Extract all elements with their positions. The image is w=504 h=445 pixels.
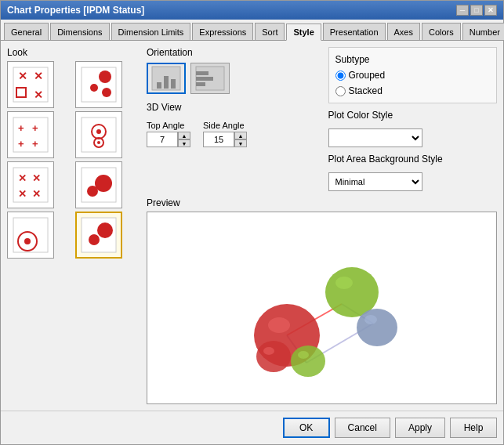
tab-sort[interactable]: Sort (255, 23, 285, 40)
svg-text:✕: ✕ (18, 188, 27, 200)
top-angle-label: Top Angle (147, 121, 190, 130)
svg-point-52 (357, 309, 397, 346)
svg-point-16 (96, 129, 101, 134)
close-button[interactable]: ✕ (484, 5, 497, 16)
top-angle-spinner: 7 ▲ ▼ (147, 132, 190, 147)
content-area: Look ✕ ✕ ✕ (1, 41, 503, 411)
look-item-3[interactable]: + + + + (7, 111, 54, 158)
cancel-button[interactable]: Cancel (335, 418, 390, 438)
orientation-section: Orientation (147, 47, 316, 191)
preview-section: Preview (147, 197, 497, 404)
look-grid: ✕ ✕ ✕ (7, 61, 140, 259)
title-bar: Chart Properties [IPDM Status] ─ □ ✕ (1, 1, 503, 20)
preview-chart (220, 230, 424, 386)
main-window: Chart Properties [IPDM Status] ─ □ ✕ Gen… (0, 0, 504, 445)
side-angle-label: Side Angle (203, 121, 247, 130)
subtype-grouped-radio[interactable] (335, 71, 346, 81)
help-button[interactable]: Help (450, 418, 497, 438)
svg-point-47 (268, 317, 290, 333)
plot-color-section: Plot Color Style (328, 110, 498, 147)
tab-axes[interactable]: Axes (387, 23, 420, 40)
tabs-bar: General Dimensions Dimension Limits Expr… (1, 20, 503, 41)
svg-rect-36 (171, 79, 176, 89)
preview-label: Preview (147, 197, 497, 208)
tab-expressions[interactable]: Expressions (192, 23, 253, 40)
top-angle-group: Top Angle 7 ▲ ▼ (147, 121, 190, 147)
plot-bg-select[interactable]: Minimal None Border (328, 172, 422, 191)
svg-rect-34 (157, 82, 161, 89)
side-angle-down-button[interactable]: ▼ (234, 139, 247, 147)
right-panel: Orientation (147, 47, 497, 404)
tab-number[interactable]: Number (462, 23, 504, 40)
plot-color-select[interactable] (328, 128, 422, 147)
svg-text:✕: ✕ (18, 70, 27, 82)
look-label: Look (7, 47, 140, 58)
svg-text:+: + (18, 138, 24, 150)
svg-point-53 (364, 315, 377, 324)
svg-rect-27 (13, 218, 48, 252)
look-item-2[interactable] (75, 61, 122, 108)
tab-general[interactable]: General (4, 23, 49, 40)
svg-text:✕: ✕ (18, 172, 27, 184)
top-angle-up-button[interactable]: ▲ (178, 132, 190, 139)
threed-label: 3D View (147, 102, 316, 113)
subtype-stacked-radio[interactable] (335, 86, 346, 96)
top-right-section: Orientation (147, 47, 497, 191)
apply-button[interactable]: Apply (395, 418, 445, 438)
subtype-grouped-option[interactable]: Grouped (335, 70, 491, 81)
side-angle-group: Side Angle 15 ▲ ▼ (203, 121, 247, 147)
plot-color-select-wrapper (328, 128, 498, 147)
svg-text:✕: ✕ (32, 172, 41, 184)
plot-bg-label: Plot Area Background Style (328, 154, 498, 165)
look-item-7[interactable] (7, 212, 54, 259)
svg-point-6 (99, 71, 111, 83)
svg-point-7 (90, 84, 98, 92)
maximize-button[interactable]: □ (470, 5, 483, 16)
orientation-options (147, 63, 316, 94)
side-angle-spinner-btns: ▲ ▼ (234, 132, 247, 147)
plot-bg-select-wrapper: Minimal None Border (328, 172, 498, 191)
top-angle-input[interactable]: 7 (147, 132, 178, 147)
subtype-grouped-label: Grouped (349, 70, 386, 81)
svg-text:+: + (32, 138, 38, 150)
subtype-label: Subtype (335, 54, 491, 65)
svg-point-54 (291, 346, 325, 377)
side-angle-input[interactable]: 15 (203, 132, 234, 147)
subtype-stacked-option[interactable]: Stacked (335, 85, 491, 96)
svg-point-8 (102, 88, 111, 97)
svg-rect-39 (196, 77, 213, 81)
tab-style[interactable]: Style (286, 24, 321, 41)
look-item-5[interactable]: ✕ ✕ ✕ ✕ (7, 161, 54, 208)
svg-point-31 (97, 222, 113, 238)
tab-colors[interactable]: Colors (422, 23, 461, 40)
svg-point-26 (87, 186, 98, 197)
top-angle-down-button[interactable]: ▼ (178, 139, 190, 147)
look-item-8[interactable] (75, 212, 122, 259)
orient-vertical-button[interactable] (147, 63, 186, 94)
tab-presentation[interactable]: Presentation (323, 23, 386, 40)
look-item-1[interactable]: ✕ ✕ ✕ (7, 61, 54, 108)
orientation-label: Orientation (147, 47, 316, 58)
svg-text:+: + (18, 122, 24, 134)
svg-point-48 (256, 341, 291, 372)
look-item-4[interactable] (75, 111, 122, 158)
svg-rect-38 (196, 71, 208, 75)
ok-button[interactable]: OK (283, 418, 330, 438)
minimize-button[interactable]: ─ (456, 5, 469, 16)
tab-dimensions[interactable]: Dimensions (50, 23, 109, 40)
plot-bg-section: Plot Area Background Style Minimal None … (328, 154, 498, 191)
top-angle-spinner-btns: ▲ ▼ (178, 132, 190, 147)
svg-point-51 (335, 277, 353, 289)
look-panel: Look ✕ ✕ ✕ (7, 47, 140, 404)
tab-dimension-limits[interactable]: Dimension Limits (111, 23, 191, 40)
svg-point-18 (97, 141, 100, 144)
look-item-6[interactable] (75, 161, 122, 208)
window-controls: ─ □ ✕ (456, 5, 497, 16)
svg-point-55 (298, 351, 309, 359)
bottom-bar: OK Cancel Apply Help (1, 411, 503, 444)
side-angle-up-button[interactable]: ▲ (234, 132, 247, 139)
svg-point-32 (89, 234, 100, 245)
orient-horizontal-button[interactable] (190, 63, 230, 94)
main-area: Look ✕ ✕ ✕ (7, 47, 497, 404)
svg-rect-35 (164, 76, 169, 89)
